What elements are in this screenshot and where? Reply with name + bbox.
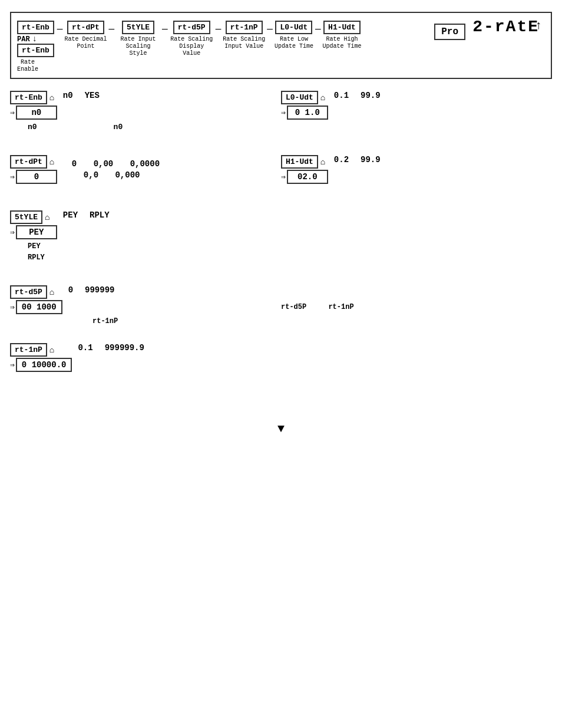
flow-arrow-6: — <box>315 24 321 35</box>
rt-enb-arrow-row: ⇒ n0 <box>10 106 57 120</box>
rt-dsp-ref3: rt-1nP <box>328 303 353 311</box>
rt-dsp-arrow: ⇒ <box>10 302 15 312</box>
style-key-desc: PEY <box>28 242 281 251</box>
rt-inp-box-row: rt-1nP ⌂ <box>10 343 54 357</box>
nav-item-hi-udt: H1-Udt Rate HighUpdate Time <box>323 21 362 50</box>
nav-label-lo-udt: Rate LowUpdate Time <box>275 36 313 50</box>
rt-enb-sub: n0 n0 <box>28 123 281 131</box>
hi-udt-display: H1-Udt ⌂ ⇒ 02.0 <box>281 155 328 184</box>
nav-label-style: Rate InputScaling Style <box>116 36 160 57</box>
rt-inp-max: 999999.9 <box>105 343 144 353</box>
lo-udt-range: 0.1 99.9 <box>334 91 381 100</box>
rt-inp-arrow-row: ⇒ 0 10000.0 <box>10 358 72 372</box>
lo-udt-max: 99.9 <box>361 91 381 100</box>
rt-dpt-superscript: ⌂ <box>49 157 54 167</box>
rt-enb-sub-max: n0 <box>114 123 123 131</box>
row-2: rt-dPt ⌂ ⇒ 0 0 0,00 0,0000 <box>10 155 552 187</box>
style-range: PEY RPLY <box>63 210 110 220</box>
rt-inp-value: 0 10000.0 <box>16 358 72 372</box>
hi-udt-value: 02.0 <box>287 170 328 184</box>
hi-udt-max: 99.9 <box>361 155 381 164</box>
hi-udt-min: 0.2 <box>334 155 349 164</box>
par-down-arrow: ↓ <box>32 34 37 44</box>
hi-udt-arrow-row: ⇒ 02.0 <box>281 170 328 184</box>
flow-arrow-2: — <box>108 24 114 35</box>
col-style-right <box>281 210 552 262</box>
col-lo-udt: L0-Udt ⌂ ⇒ 0 1.0 0.1 99.9 <box>281 91 552 131</box>
rt-dpt-max2: 0,0000 <box>130 159 160 169</box>
style-descriptions: PEY RPLY <box>28 242 281 262</box>
style-value: PEY <box>16 225 57 239</box>
rt-inp-row: rt-1nP ⌂ ⇒ 0 10000.0 0.1 999999.9 <box>10 343 281 372</box>
rt-enb-box: rt-Enb <box>10 91 47 104</box>
style-arrow: ⇒ <box>10 228 15 237</box>
par-arrow: PAR ↓ <box>17 34 37 44</box>
rt-dpt-sub1: 0,0 <box>84 170 98 180</box>
lo-udt-min: 0.1 <box>334 91 349 100</box>
nav-box-rt-dsp: rt-d5P <box>173 21 210 34</box>
rt-enb-arrow: ⇒ <box>10 108 15 117</box>
nav-item-rt-inp: rt-1nP Rate ScalingInput Value <box>223 21 265 50</box>
header-title: 2-rAtE <box>472 18 539 36</box>
rt-dpt-max1: 0,00 <box>94 159 114 169</box>
hi-udt-range: 0.2 99.9 <box>334 155 381 164</box>
col-style: 5tYLE ⌂ ⇒ PEY PEY RPLY PEY <box>10 210 281 262</box>
rt-dsp-ref1: rt-1nP <box>92 317 281 325</box>
style-row: 5tYLE ⌂ ⇒ PEY PEY RPLY <box>10 210 281 239</box>
nav-box-style: 5tYLE <box>122 21 154 34</box>
rt-dsp-value: 00 1000 <box>16 300 62 314</box>
col-rt-dsp: rt-d5P ⌂ ⇒ 00 1000 0 999999 rt-1nP <box>10 285 281 325</box>
nav-box-rt-inp: rt-1nP <box>226 21 263 34</box>
hi-udt-box: H1-Udt <box>281 155 318 169</box>
nav-box-rt-dpt: rt-dPt <box>67 21 104 34</box>
style-display: 5tYLE ⌂ ⇒ PEY <box>10 210 57 239</box>
lo-udt-box-row: L0-Udt ⌂ <box>281 91 325 104</box>
flow-arrow-5: — <box>267 24 273 35</box>
lo-udt-arrow-row: ⇒ 0 1.0 <box>281 106 328 120</box>
style-rply-desc: RPLY <box>28 253 281 262</box>
lo-udt-box: L0-Udt <box>281 91 318 104</box>
rt-inp-range: 0.1 999999.9 <box>78 343 144 353</box>
page: 2-rAtE rt-Enb PAR ↓ rt-Enb RateEnable — … <box>0 0 562 728</box>
col-hi-udt: H1-Udt ⌂ ⇒ 02.0 0.2 99.9 <box>281 155 552 187</box>
rt-dpt-box-row: rt-dPt ⌂ <box>10 155 54 169</box>
flow-arrow-1: — <box>57 24 63 35</box>
rt-inp-display: rt-1nP ⌂ ⇒ 0 10000.0 <box>10 343 72 372</box>
rt-inp-superscript: ⌂ <box>49 345 54 355</box>
rt-dsp-refs: rt-1nP <box>92 317 281 325</box>
rt-inp-arrow: ⇒ <box>10 360 15 370</box>
nav-label-rt-inp: Rate ScalingInput Value <box>223 36 265 50</box>
nav-box-rt-enb-bottom: rt-Enb <box>17 44 54 57</box>
style-arrow-row: ⇒ PEY <box>10 225 57 239</box>
nav-box-rt-enb-top: rt-Enb <box>17 21 54 34</box>
rt-enb-display: rt-Enb ⌂ ⇒ n0 <box>10 91 57 120</box>
lo-udt-superscript: ⌂ <box>320 93 325 103</box>
rt-dsp-row: rt-d5P ⌂ ⇒ 00 1000 0 999999 <box>10 285 281 314</box>
rt-enb-superscript: ⌂ <box>49 93 54 103</box>
lo-udt-row: L0-Udt ⌂ ⇒ 0 1.0 0.1 99.9 <box>281 91 552 120</box>
rt-dpt-value: 0 <box>16 170 57 184</box>
flow-arrow-4: — <box>216 24 222 35</box>
rt-dsp-range: 0 999999 <box>68 285 115 295</box>
rt-dpt-range-row1: 0 0,00 0,0000 <box>72 159 160 169</box>
style-max: RPLY <box>90 210 110 220</box>
par-section: rt-Enb PAR ↓ rt-Enb RateEnable <box>17 21 54 73</box>
rt-enb-range: n0 YES <box>63 91 100 100</box>
style-superscript: ⌂ <box>45 213 49 222</box>
row-1: rt-Enb ⌂ ⇒ n0 n0 YES n0 <box>10 91 552 131</box>
nav-label-rt-enb: RateEnable <box>17 59 38 73</box>
hi-udt-row: H1-Udt ⌂ ⇒ 02.0 0.2 99.9 <box>281 155 552 184</box>
rt-inp-min: 0.1 <box>78 343 92 353</box>
bottom-arrow: ▼ <box>10 422 552 436</box>
rt-dsp-arrow-row: ⇒ 00 1000 <box>10 300 62 314</box>
nav-item-rt-dsp: rt-d5P Rate ScalingDisplay Value <box>170 21 214 57</box>
lo-udt-arrow: ⇒ <box>281 108 286 117</box>
rt-dpt-row: rt-dPt ⌂ ⇒ 0 0 0,00 0,0000 <box>10 155 281 184</box>
rt-enb-row: rt-Enb ⌂ ⇒ n0 n0 YES <box>10 91 281 120</box>
rt-enb-max: YES <box>85 91 100 100</box>
rt-enb-sub-min: n0 <box>28 123 37 131</box>
main-content: rt-Enb ⌂ ⇒ n0 n0 YES n0 <box>10 91 552 436</box>
rt-dsp-min: 0 <box>68 285 73 295</box>
rt-dpt-sub2: 0,000 <box>115 170 140 180</box>
row-3: 5tYLE ⌂ ⇒ PEY PEY RPLY PEY <box>10 210 552 262</box>
